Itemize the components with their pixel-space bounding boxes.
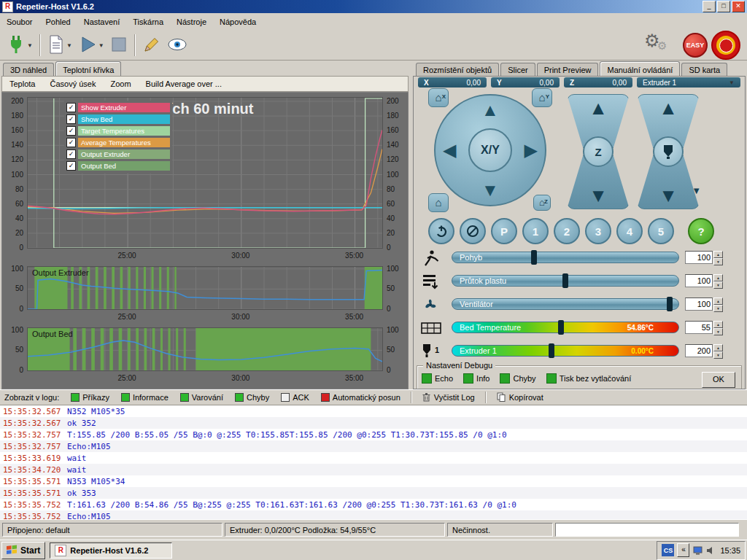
slider-thumb[interactable]	[531, 250, 537, 265]
help-button[interactable]: ?	[688, 218, 714, 244]
right-panel-tab[interactable]: Slicer	[500, 63, 535, 76]
legend-item[interactable]: ✓ Output Extruder	[66, 149, 170, 160]
chart-menu-item[interactable]: Teplota	[2, 77, 42, 90]
fan-spinner[interactable]: ▲▼	[713, 298, 723, 311]
power-button[interactable]	[428, 218, 454, 244]
slider-thumb[interactable]	[562, 273, 568, 288]
legend-checkbox[interactable]: ✓	[66, 126, 76, 136]
show-filament-button[interactable]	[164, 32, 190, 58]
slider-thumb[interactable]	[558, 320, 564, 335]
bed-temperature-slider[interactable]: Bed Temperature 54.86°C	[452, 322, 679, 333]
copy-log-button[interactable]: Kopírovat	[491, 391, 549, 405]
right-panel-tab[interactable]: Print Preview	[537, 63, 599, 76]
debug-option[interactable]: Echo	[422, 373, 453, 384]
extruder-temperature-slider[interactable]: Extruder 1 0.00°C	[452, 345, 679, 357]
chart-menu-item[interactable]: Časový úsek	[42, 77, 103, 90]
volume-tray-icon[interactable]	[705, 545, 716, 556]
legend-item[interactable]: ✓ Average Temperatures	[66, 137, 170, 148]
speed-slider[interactable]: Pohyb	[452, 252, 679, 263]
legend-checkbox[interactable]: ✓	[66, 103, 76, 112]
left-panel-tab[interactable]: Teplotní křivka	[55, 61, 121, 76]
left-panel-tab[interactable]: 3D náhled	[3, 63, 54, 76]
debug-option[interactable]: Info	[463, 373, 489, 384]
language-indicator[interactable]: CS	[662, 544, 674, 556]
chart-menu-item[interactable]: Zoom	[103, 77, 138, 90]
log-filter-toggle[interactable]: Příkazy	[65, 392, 115, 403]
log-filter-toggle[interactable]: ACK	[275, 392, 315, 403]
home-x-button[interactable]: ⌂X	[428, 88, 449, 107]
bed-temp-spinner[interactable]: ▲▼	[713, 321, 723, 334]
right-panel-tab[interactable]: Manuální ovládání	[600, 61, 680, 76]
connect-button[interactable]: ▼	[4, 32, 36, 58]
legend-checkbox[interactable]: ✓	[66, 114, 76, 124]
flow-spinner[interactable]: ▲▼	[713, 274, 723, 287]
flow-value-input[interactable]	[685, 274, 713, 287]
log-filter-toggle[interactable]: Chyby	[229, 392, 275, 403]
stop-print-button[interactable]	[107, 32, 131, 58]
extruder-temp-spinner[interactable]: ▲▼	[713, 344, 723, 357]
retract-button[interactable]: ▲	[637, 98, 700, 117]
log-filter-toggle[interactable]: Varování	[174, 392, 229, 403]
start-button[interactable]: Start	[1, 542, 45, 559]
heater-off-button[interactable]	[460, 218, 486, 244]
log-filter-toggle[interactable]: Informace	[115, 392, 174, 403]
close-button[interactable]: ✕	[732, 1, 745, 12]
preset-button[interactable]: 1	[522, 218, 549, 244]
clear-log-button[interactable]: Vyčistit Log	[417, 391, 481, 405]
emergency-stop-button[interactable]	[711, 31, 740, 60]
preset-button[interactable]: 5	[648, 218, 674, 244]
legend-item[interactable]: ✓ Show Bed	[66, 114, 170, 125]
tray-expand-button[interactable]: «	[677, 543, 689, 557]
home-y-button[interactable]: ⌂Y	[532, 88, 552, 107]
menu-item[interactable]: Pohled	[39, 15, 77, 29]
legend-checkbox[interactable]: ✓	[66, 138, 76, 147]
extruder-temp-input[interactable]	[685, 344, 713, 357]
fan-slider[interactable]: Ventilátor	[452, 298, 679, 310]
y-plus-button[interactable]: ▲	[481, 101, 499, 119]
debug-option[interactable]: Chyby	[500, 373, 535, 384]
log-view[interactable]: 15:35:32.567 N352 M105*35 15:35:32.567 o…	[0, 405, 747, 519]
preset-button[interactable]: 3	[585, 218, 611, 244]
edit-gcode-button[interactable]	[139, 32, 164, 58]
x-plus-button[interactable]: ▶	[525, 141, 538, 159]
settings-button[interactable]: ⚙ ⚙	[644, 32, 679, 58]
debug-ok-button[interactable]: OK	[702, 372, 735, 388]
checkbox-icon[interactable]	[546, 373, 557, 384]
easy-mode-button[interactable]: EASY	[683, 33, 708, 58]
right-panel-tab[interactable]: SD karta	[681, 63, 727, 76]
maximize-button[interactable]: □	[717, 1, 730, 12]
slider-thumb[interactable]	[549, 343, 554, 358]
menu-item[interactable]: Nástroje	[170, 15, 213, 29]
extrude-small-button[interactable]: ▼	[692, 185, 701, 196]
preset-button[interactable]: 2	[554, 218, 580, 244]
menu-item[interactable]: Nastavení	[77, 15, 127, 29]
bed-temp-input[interactable]	[685, 321, 713, 334]
z-minus-button[interactable]: ▼	[567, 186, 630, 205]
legend-item[interactable]: ✓ Target Temperatures	[66, 125, 170, 136]
legend-checkbox[interactable]: ✓	[66, 149, 76, 159]
taskbar-task-repetier[interactable]: R Repetier-Host V1.6.2	[50, 542, 172, 559]
speed-spinner[interactable]: ▲▼	[713, 251, 723, 264]
home-z-button[interactable]: ⌂Z	[533, 195, 551, 211]
preset-button[interactable]: 4	[616, 218, 643, 244]
debug-option[interactable]: Tisk bez vytlačování	[546, 373, 632, 384]
chart-menu-item[interactable]: Build Average over ...	[139, 77, 229, 90]
z-plus-button[interactable]: ▲	[567, 98, 630, 117]
legend-item[interactable]: ✓ Show Extruder	[66, 102, 170, 113]
menu-item[interactable]: Tiskárna	[126, 15, 170, 29]
x-minus-button[interactable]: ◀	[443, 141, 456, 159]
output-bed-plot[interactable]: Output Bed	[27, 327, 383, 371]
load-file-button[interactable]: ▼	[44, 32, 75, 58]
home-all-button[interactable]: ⌂	[428, 193, 449, 212]
extrude-button[interactable]: ▼	[637, 186, 700, 205]
flow-slider[interactable]: Průtok plastu	[452, 275, 679, 287]
display-tray-icon[interactable]	[692, 545, 703, 556]
start-print-button[interactable]: ▼	[75, 32, 107, 58]
checkbox-icon[interactable]	[463, 373, 473, 384]
menu-item[interactable]: Nápověda	[213, 15, 263, 29]
slider-thumb[interactable]	[667, 297, 673, 311]
minimize-button[interactable]: _	[703, 1, 716, 12]
legend-item[interactable]: ✓ Output Bed	[66, 160, 170, 171]
menu-item[interactable]: Soubor	[0, 15, 39, 29]
extruder-select[interactable]: Extruder 1▼	[637, 77, 740, 88]
